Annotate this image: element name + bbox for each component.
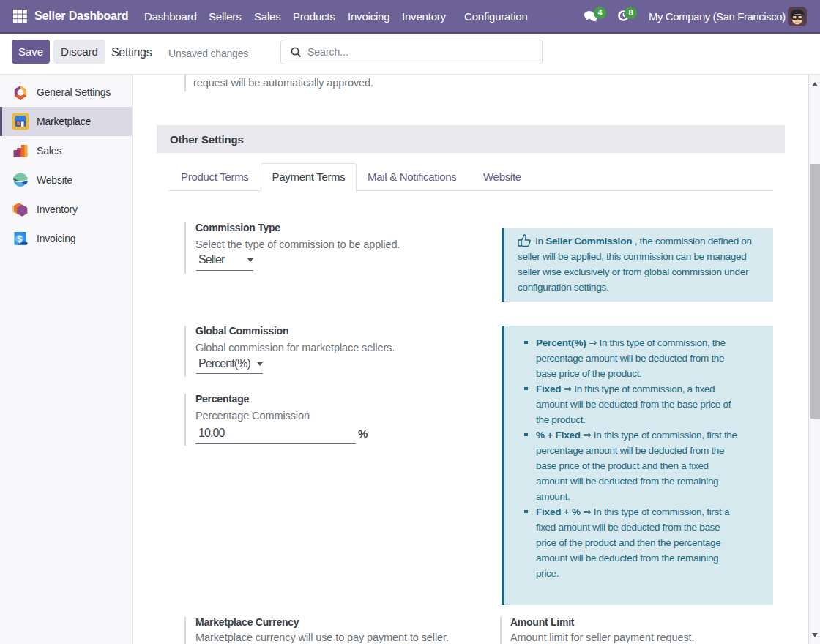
svg-text:$: $	[17, 234, 22, 244]
